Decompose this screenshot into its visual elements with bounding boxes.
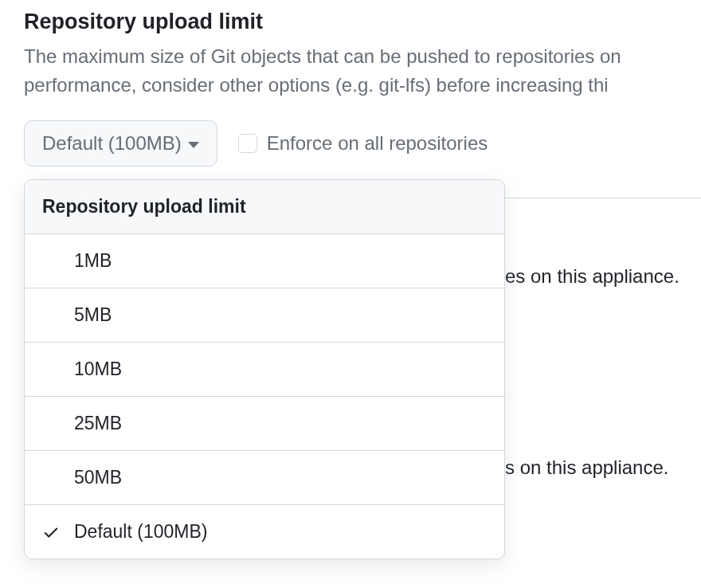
dropdown-item-label: 5MB xyxy=(74,304,112,326)
dropdown-current-label: Default (100MB) xyxy=(42,132,182,155)
desc-line-2: performance, consider other options (e.g… xyxy=(24,74,609,96)
section-description: The maximum size of Git objects that can… xyxy=(24,42,701,100)
upload-limit-dropdown-button[interactable]: Default (100MB) xyxy=(24,120,217,167)
check-icon xyxy=(42,523,60,541)
dropdown-item-label: 1MB xyxy=(74,250,112,272)
dropdown-item-label: 50MB xyxy=(74,467,122,488)
section-heading: Repository upload limit xyxy=(24,10,701,34)
dropdown-item[interactable]: 5MB xyxy=(25,288,504,343)
dropdown-item[interactable]: Default (100MB) xyxy=(25,505,504,559)
dropdown-item[interactable]: 25MB xyxy=(25,397,504,451)
desc-line-1: The maximum size of Git objects that can… xyxy=(24,45,621,67)
dropdown-item[interactable]: 50MB xyxy=(25,451,504,505)
enforce-checkbox[interactable] xyxy=(238,134,257,153)
enforce-checkbox-wrap[interactable]: Enforce on all repositories xyxy=(238,132,488,155)
dropdown-item-label: Default (100MB) xyxy=(74,521,207,543)
dropdown-item-label: 10MB xyxy=(74,359,122,380)
dropdown-item-label: 25MB xyxy=(74,413,122,434)
dropdown-item[interactable]: 1MB xyxy=(25,234,504,288)
controls-row: Default (100MB) Enforce on all repositor… xyxy=(24,120,701,167)
background-text-fragment: s on this appliance. xyxy=(505,457,668,479)
dropdown-header: Repository upload limit xyxy=(25,180,504,234)
caret-down-icon xyxy=(188,142,199,148)
enforce-checkbox-label: Enforce on all repositories xyxy=(267,132,488,155)
background-text-fragment: es on this appliance. xyxy=(505,265,679,288)
dropdown-item[interactable]: 10MB xyxy=(25,343,504,397)
upload-limit-dropdown-panel: Repository upload limit 1MB5MB10MB25MB50… xyxy=(24,179,505,559)
